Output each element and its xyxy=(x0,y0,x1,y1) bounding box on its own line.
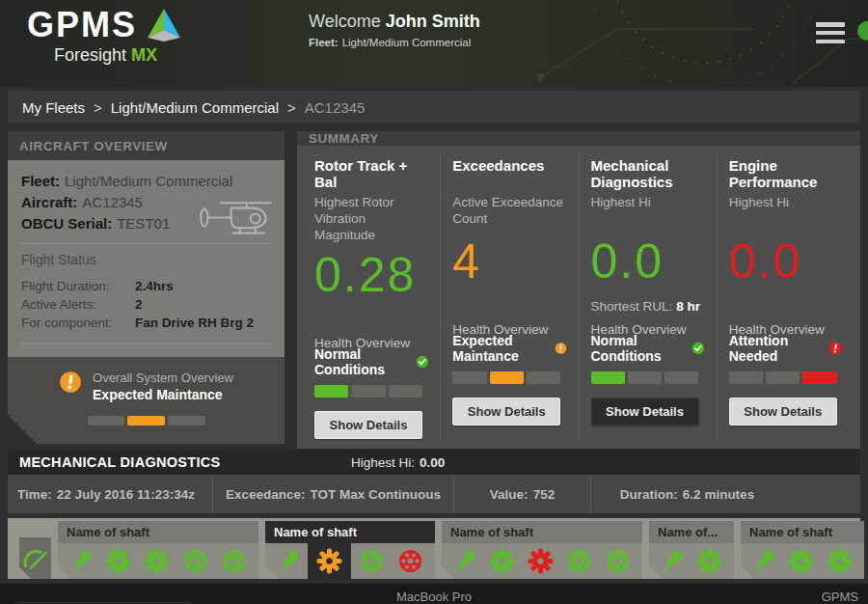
mechanical-diagnostics-title: MECHANICAL DIAGNOSTICS xyxy=(19,454,221,470)
gear-icon[interactable] xyxy=(695,543,723,579)
shaft-group-4[interactable]: Name of... xyxy=(649,521,734,579)
card-metric-label: Highest Hi xyxy=(591,194,705,230)
breadcrumb: My Fleets > Light/Medium Commercial > AC… xyxy=(8,91,860,124)
health-bar-segment xyxy=(591,371,625,384)
product-name: Foresight xyxy=(54,45,126,65)
active-alerts-value: 2 xyxy=(135,295,143,314)
highest-hi-value: 0.00 xyxy=(420,455,445,470)
shaft-icon[interactable] xyxy=(68,543,94,579)
bearing-icon[interactable] xyxy=(396,543,424,579)
aircraft-overview-panel: AIRCRAFT OVERVIEW Fleet:Light/Medium Com… xyxy=(8,131,285,444)
health-status-text: Expected Maintance xyxy=(452,333,545,364)
warning-icon xyxy=(828,340,843,357)
shaft-group-name[interactable]: Name of... xyxy=(649,521,734,543)
gear-icon[interactable] xyxy=(787,543,815,579)
health-status-text: Attention Needed xyxy=(729,333,821,364)
show-details-button[interactable]: Show Details xyxy=(591,398,699,426)
shaft-group-icons xyxy=(58,543,258,579)
overall-health-bar xyxy=(88,416,205,426)
breadcrumb-my-fleets[interactable]: My Fleets xyxy=(22,99,85,116)
health-bar-segment xyxy=(527,371,560,384)
gauge-icon[interactable] xyxy=(19,540,51,576)
card-metric-label: Highest Rotor Vibration Magnitude xyxy=(314,194,428,243)
card-title: Exceedances xyxy=(452,157,566,191)
shaft-group-1[interactable]: Name of shaft xyxy=(58,521,258,579)
welcome-block: WelcomeJohn Smith Fleet:Light/Medium Com… xyxy=(309,12,480,48)
helicopter-icon xyxy=(198,197,275,247)
shaft-icon[interactable] xyxy=(660,543,685,579)
gear-icon[interactable] xyxy=(104,543,132,579)
health-bar-segment xyxy=(314,385,348,398)
duration-value: 6.2 minutes xyxy=(683,487,754,502)
shaft-group-icons xyxy=(265,543,435,579)
app-window: GPMS ForesightMX WelcomeJohn Smith Fleet… xyxy=(0,0,868,604)
bearing-icon[interactable] xyxy=(220,543,248,579)
summary-body: Rotor Track + Bal Highest Rotor Vibratio… xyxy=(297,146,860,449)
flight-duration-value: 2.4hrs xyxy=(135,277,174,295)
overall-overview-title: Overall System Overview xyxy=(93,371,233,385)
health-bar-segment xyxy=(729,371,763,384)
gear-icon[interactable] xyxy=(308,543,351,579)
card-value: 0.28 xyxy=(314,243,428,313)
bearing-icon[interactable] xyxy=(604,543,632,579)
shaft-group-name[interactable]: Name of shaft xyxy=(741,521,864,543)
welcome-prefix: Welcome xyxy=(309,12,381,31)
gear-icon[interactable] xyxy=(826,543,854,579)
card-metric-label: Active Exceedance Count xyxy=(452,194,566,230)
health-bar-segment xyxy=(628,371,662,384)
breadcrumb-aircraft[interactable]: AC12345 xyxy=(305,99,366,116)
health-bar-segment xyxy=(766,371,800,384)
bearing-icon[interactable] xyxy=(181,543,209,579)
summary-card-exceedances: Exceedances Active Exceedance Count 4 He… xyxy=(440,153,578,439)
health-bar-segment xyxy=(351,385,385,398)
breadcrumb-fleet[interactable]: Light/Medium Commercial xyxy=(111,99,279,116)
user-name: John Smith xyxy=(386,12,480,31)
gauge-tile[interactable] xyxy=(19,537,51,579)
obcu-serial-label: OBCU Serial: xyxy=(21,215,112,232)
show-details-button[interactable]: Show Details xyxy=(314,411,422,439)
hamburger-menu-icon[interactable] xyxy=(816,22,845,43)
shaft-group-name[interactable]: Name of shaft xyxy=(265,521,435,543)
gear-icon[interactable] xyxy=(143,543,171,579)
gpms-triangle-logo-icon xyxy=(145,7,183,43)
health-status-text: Normal Conditions xyxy=(314,346,407,377)
health-bar xyxy=(729,371,837,384)
flight-duration-label: Flight Duration: xyxy=(21,277,135,295)
aircraft-overview-body: Fleet:Light/Medium Commercial Aircraft:A… xyxy=(8,160,285,357)
mechanical-diagnostics-header: MECHANICAL DIAGNOSTICS Highest Hi:0.00 xyxy=(8,450,860,475)
shaft-group-3[interactable]: Name of shaft xyxy=(442,521,642,579)
value-value: 752 xyxy=(533,487,556,502)
shaft-group-5[interactable]: Name of shaft xyxy=(741,521,864,579)
health-bar xyxy=(591,371,699,384)
obcu-serial-value: TEST01 xyxy=(117,215,170,232)
shaft-group-name[interactable]: Name of shaft xyxy=(442,521,642,543)
health-bar-segment xyxy=(88,416,125,426)
breadcrumb-separator: > xyxy=(287,99,296,116)
shaft-group-name[interactable]: Name of shaft xyxy=(58,521,258,543)
aircraft-label: Aircraft: xyxy=(21,194,77,210)
show-details-button[interactable]: Show Details xyxy=(452,398,560,426)
bearing-icon[interactable] xyxy=(358,543,386,579)
gear-icon[interactable] xyxy=(527,543,555,579)
shaft-icon[interactable] xyxy=(452,543,477,579)
bearing-icon[interactable] xyxy=(565,543,593,579)
highest-hi-label: Highest Hi: xyxy=(351,455,415,470)
logo-block[interactable]: GPMS ForesightMX xyxy=(27,7,183,66)
active-alerts-label: Active Alerts: xyxy=(21,295,135,314)
aircraft-value: AC12345 xyxy=(82,194,143,210)
health-bar-segment xyxy=(802,371,836,384)
check-icon xyxy=(416,353,429,371)
shaft-icon[interactable] xyxy=(751,543,776,579)
flight-status-title: Flight Status xyxy=(21,252,271,267)
check-icon xyxy=(692,340,705,357)
time-label: Time: xyxy=(17,487,52,502)
show-details-button[interactable]: Show Details xyxy=(729,398,837,426)
time-value: 22 July 2016 11:23:34z xyxy=(57,487,195,502)
shaft-group-2[interactable]: Name of shaft xyxy=(265,521,435,579)
summary-panel: SUMMARY Rotor Track + Bal Highest Rotor … xyxy=(297,131,860,444)
for-component-label: For component: xyxy=(21,314,135,332)
shaft-icon[interactable] xyxy=(276,543,301,579)
value-label: Value: xyxy=(490,487,529,502)
gear-icon[interactable] xyxy=(488,543,516,579)
breadcrumb-separator: > xyxy=(94,99,102,116)
